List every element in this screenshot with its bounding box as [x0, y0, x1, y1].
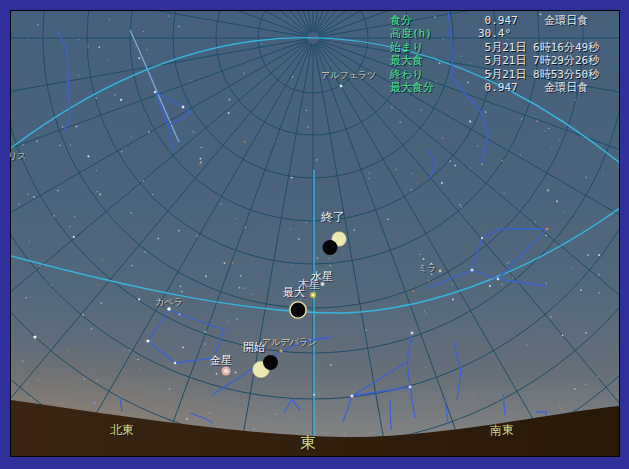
star [473, 393, 475, 395]
sky-label-alpheratz: アルフェラツ [321, 71, 376, 80]
star [452, 299, 454, 301]
star [441, 182, 443, 184]
constellation-line [352, 387, 410, 396]
star [469, 167, 471, 169]
star [87, 155, 89, 157]
eclipse-row-label: 終わり [390, 68, 478, 81]
star [62, 126, 64, 128]
star [99, 194, 101, 196]
star [485, 111, 487, 113]
star [31, 296, 32, 297]
star [234, 371, 236, 373]
star [181, 291, 183, 293]
star [146, 49, 148, 51]
star [353, 178, 354, 179]
star [196, 235, 198, 237]
star [459, 204, 461, 206]
constellation-line [536, 412, 546, 417]
named-star [351, 395, 354, 398]
star [506, 263, 507, 264]
star [343, 432, 345, 434]
star [369, 172, 370, 173]
star [437, 301, 438, 302]
star [368, 178, 370, 180]
star [477, 145, 478, 146]
eclipse-row-value: 5月21日 8時53分50秒 [478, 68, 599, 81]
star [137, 359, 139, 361]
star [317, 257, 319, 259]
star [585, 332, 587, 334]
star [83, 378, 85, 380]
star [574, 388, 576, 390]
eclipse-row-value: 30.4° [478, 27, 511, 40]
star [423, 258, 425, 260]
star [251, 293, 253, 295]
sky-chart-viewport[interactable]: 終了木星水星最大開始金星アルフェラツカペラアルデバランミラリス北東東南東 食分 … [10, 10, 620, 457]
constellation-line [407, 333, 415, 418]
star [545, 282, 547, 284]
star [544, 130, 546, 132]
named-star [497, 278, 500, 281]
star [316, 159, 317, 160]
star [293, 419, 294, 420]
star [22, 360, 24, 362]
star [545, 234, 547, 236]
mercury-dot-core [322, 283, 324, 285]
star [501, 284, 502, 285]
eclipse-row-label: 最大食 [390, 54, 478, 67]
star [239, 287, 241, 289]
star [585, 384, 586, 385]
constellation-line [390, 400, 391, 430]
named-star [409, 386, 412, 389]
constellation-line [427, 150, 436, 178]
named-star [167, 307, 171, 311]
star [290, 229, 291, 230]
named-star [146, 339, 149, 342]
star [411, 189, 413, 191]
star [306, 222, 307, 223]
star [244, 227, 246, 229]
constellation-line [498, 279, 545, 286]
star [556, 200, 558, 202]
jupiter-dot-core [312, 294, 315, 297]
faint-reference-line [130, 30, 179, 142]
sky-label-mira: ミラ [418, 264, 436, 273]
star [142, 180, 144, 182]
star [138, 57, 140, 59]
star [182, 347, 184, 349]
star [449, 160, 451, 162]
star [571, 268, 572, 269]
venus-dot-core [224, 369, 228, 373]
star [522, 336, 523, 337]
eclipse-row-label: 始まり [390, 41, 478, 54]
star [323, 26, 324, 27]
star [144, 251, 146, 253]
star [109, 19, 110, 20]
star [330, 364, 332, 366]
star [28, 382, 29, 383]
star [29, 240, 31, 242]
star [526, 344, 528, 346]
star [598, 292, 600, 294]
star [95, 97, 97, 99]
star [78, 39, 79, 40]
star [387, 218, 389, 220]
star [558, 404, 560, 406]
star [449, 420, 451, 422]
named-star [481, 237, 483, 239]
star [306, 110, 307, 111]
star [328, 258, 329, 259]
star [59, 145, 61, 147]
star [243, 141, 245, 143]
star [547, 189, 549, 191]
star [228, 112, 230, 114]
star [131, 212, 133, 214]
star [98, 46, 100, 48]
eclipse-panel-row: 最大食分 0.947 金環日食 [390, 81, 599, 94]
star [24, 330, 25, 331]
star [131, 136, 133, 138]
star [205, 275, 207, 277]
star [228, 321, 229, 322]
star [143, 31, 145, 33]
star [236, 318, 238, 320]
